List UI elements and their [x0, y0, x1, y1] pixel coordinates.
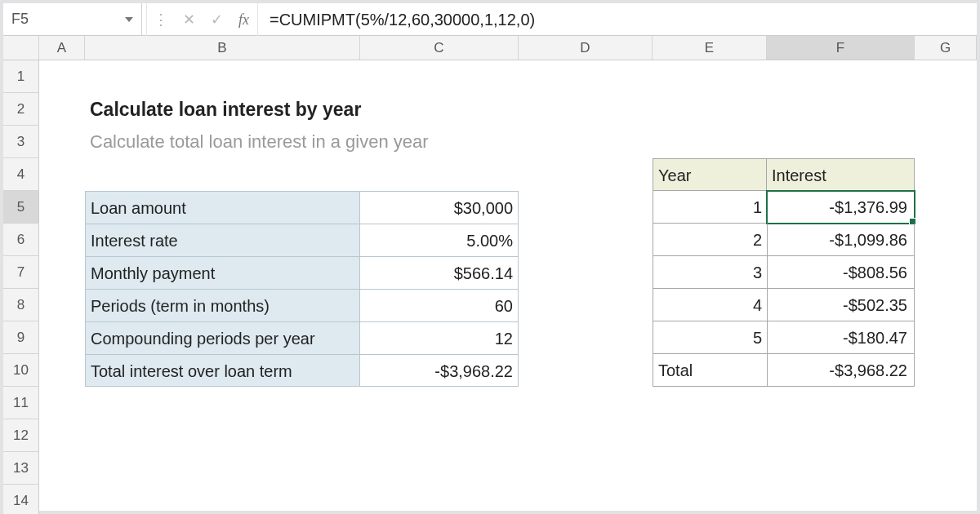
cell-D7[interactable]: [519, 256, 653, 289]
cell-D2[interactable]: [519, 93, 653, 126]
loan-value-5[interactable]: -$3,968.22: [360, 354, 519, 387]
year-4[interactable]: 4: [653, 289, 767, 321]
year-table-header-year[interactable]: Year: [653, 158, 767, 191]
cell-B12[interactable]: [85, 419, 360, 452]
loan-label-4[interactable]: Compounding periods per year: [85, 321, 360, 354]
formula-input[interactable]: =CUMIPMT(5%/12,60,30000,1,12,0): [258, 3, 977, 36]
row-header-13[interactable]: 13: [3, 452, 39, 485]
interest-1[interactable]: -$1,376.99: [767, 191, 915, 224]
loan-value-4[interactable]: 12: [360, 321, 519, 354]
cell-A3[interactable]: [39, 126, 85, 158]
cell-C12[interactable]: [360, 419, 519, 452]
cell-G8[interactable]: [915, 289, 977, 321]
loan-value-2[interactable]: $566.14: [360, 256, 519, 289]
cell-A8[interactable]: [39, 289, 85, 321]
cell-G7[interactable]: [915, 256, 977, 289]
page-title[interactable]: Calculate loan interest by year: [85, 93, 360, 126]
interest-4[interactable]: -$502.35: [767, 289, 915, 321]
cell-A1[interactable]: [39, 60, 85, 93]
year-total-label[interactable]: Total: [653, 354, 767, 387]
name-box[interactable]: F5: [3, 3, 142, 36]
cell-D1[interactable]: [519, 60, 653, 93]
loan-label-0[interactable]: Loan amount: [85, 191, 360, 224]
cell-B11[interactable]: [85, 387, 360, 419]
name-box-dropdown-icon[interactable]: [125, 17, 133, 22]
col-header-F[interactable]: F: [767, 36, 915, 60]
cell-D13[interactable]: [519, 452, 653, 485]
loan-value-1[interactable]: 5.00%: [360, 224, 519, 256]
cell-G14[interactable]: [915, 485, 977, 514]
cell-F13[interactable]: [767, 452, 915, 485]
cell-C13[interactable]: [360, 452, 519, 485]
cell-A4[interactable]: [39, 158, 85, 191]
cell-G1[interactable]: [915, 60, 977, 93]
row-header-14[interactable]: 14: [3, 485, 39, 514]
cell-C11[interactable]: [360, 387, 519, 419]
cell-D9[interactable]: [519, 321, 653, 354]
row-header-9[interactable]: 9: [3, 321, 39, 354]
row-header-6[interactable]: 6: [3, 224, 39, 256]
cell-D11[interactable]: [519, 387, 653, 419]
row-header-1[interactable]: 1: [3, 60, 39, 93]
cell-G5[interactable]: [915, 191, 977, 224]
cell-E2[interactable]: [653, 93, 767, 126]
interest-2[interactable]: -$1,099.86: [767, 224, 915, 256]
cell-D4[interactable]: [519, 158, 653, 191]
row-header-3[interactable]: 3: [3, 126, 39, 158]
year-table-header-interest[interactable]: Interest: [767, 158, 915, 191]
cell-G9[interactable]: [915, 321, 977, 354]
cell-G6[interactable]: [915, 224, 977, 256]
cell-E14[interactable]: [653, 485, 767, 514]
year-5[interactable]: 5: [653, 321, 767, 354]
year-1[interactable]: 1: [653, 191, 767, 224]
loan-label-3[interactable]: Periods (term in months): [85, 289, 360, 321]
cell-A9[interactable]: [39, 321, 85, 354]
cell-A12[interactable]: [39, 419, 85, 452]
loan-label-2[interactable]: Monthly payment: [85, 256, 360, 289]
cell-G3[interactable]: [915, 126, 977, 158]
col-header-A[interactable]: A: [39, 36, 85, 60]
row-header-12[interactable]: 12: [3, 419, 39, 452]
loan-label-1[interactable]: Interest rate: [85, 224, 360, 256]
cell-B13[interactable]: [85, 452, 360, 485]
cell-E13[interactable]: [653, 452, 767, 485]
cell-E11[interactable]: [653, 387, 767, 419]
cell-A11[interactable]: [39, 387, 85, 419]
cell-C1[interactable]: [360, 60, 519, 93]
interest-5[interactable]: -$180.47: [767, 321, 915, 354]
row-header-2[interactable]: 2: [3, 93, 39, 126]
loan-label-5[interactable]: Total interest over loan term: [85, 354, 360, 387]
cell-F14[interactable]: [767, 485, 915, 514]
cell-A5[interactable]: [39, 191, 85, 224]
cell-G11[interactable]: [915, 387, 977, 419]
row-header-10[interactable]: 10: [3, 354, 39, 387]
cell-A13[interactable]: [39, 452, 85, 485]
cell-C2[interactable]: [360, 93, 519, 126]
col-header-B[interactable]: B: [85, 36, 360, 60]
cell-F2[interactable]: [767, 93, 915, 126]
cell-A10[interactable]: [39, 354, 85, 387]
row-header-11[interactable]: 11: [3, 387, 39, 419]
cell-G4[interactable]: [915, 158, 977, 191]
formula-bar-expand-icon[interactable]: ⋮: [147, 3, 175, 36]
cell-F11[interactable]: [767, 387, 915, 419]
cell-A7[interactable]: [39, 256, 85, 289]
cell-A2[interactable]: [39, 93, 85, 126]
cell-B1[interactable]: [85, 60, 360, 93]
cell-D5[interactable]: [519, 191, 653, 224]
year-total-value[interactable]: -$3,968.22: [767, 354, 915, 387]
select-all-corner[interactable]: [3, 36, 39, 60]
row-header-8[interactable]: 8: [3, 289, 39, 321]
cell-E12[interactable]: [653, 419, 767, 452]
cell-D10[interactable]: [519, 354, 653, 387]
cell-C14[interactable]: [360, 485, 519, 514]
cancel-icon[interactable]: [175, 3, 203, 36]
cell-F3[interactable]: [767, 126, 915, 158]
cell-G2[interactable]: [915, 93, 977, 126]
col-header-E[interactable]: E: [653, 36, 767, 60]
row-header-4[interactable]: 4: [3, 158, 39, 191]
col-header-C[interactable]: C: [360, 36, 519, 60]
cell-D12[interactable]: [519, 419, 653, 452]
cell-A14[interactable]: [39, 485, 85, 514]
cell-A6[interactable]: [39, 224, 85, 256]
